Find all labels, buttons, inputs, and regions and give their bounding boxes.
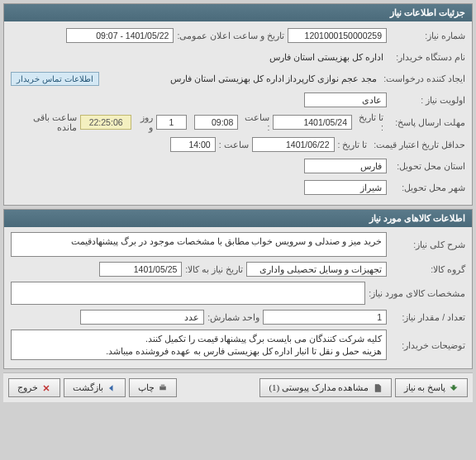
contact-buyer-button[interactable]: اطلاعات تماس خریدار	[11, 72, 99, 86]
group-value: تجهیزات و وسایل تحصیلی واداری	[246, 262, 387, 277]
province-value: فارس	[304, 159, 387, 173]
goods-panel: اطلاعات کالاهای مورد نیاز شرح کلی نیاز: …	[3, 209, 473, 369]
goods-panel-header: اطلاعات کالاهای مورد نیاز	[4, 210, 472, 227]
days-label: روز و	[131, 112, 156, 132]
spec-label: مشخصات کالای مورد نیاز:	[365, 288, 465, 298]
print-button[interactable]: چاپ	[129, 378, 177, 397]
priority-label: اولویت نیاز :	[387, 95, 465, 105]
back-button-label: بازگشت	[73, 382, 103, 393]
number-label: شماره نیاز:	[387, 31, 465, 40]
row-creator: ایجاد کننده درخواست: مجد عجم نوازی کارپر…	[11, 69, 465, 88]
creator-value: مجد عجم نوازی کارپرداز اداره کل بهزیستی …	[167, 72, 380, 85]
buyer-label: نام دستگاه خریدار:	[387, 52, 465, 62]
validity-date: 1401/06/22	[252, 137, 335, 152]
details-panel: جزئیات اطلاعات نیاز شماره نیاز: 12010001…	[3, 3, 473, 206]
announce-value: 1401/05/22 - 09:07	[66, 28, 174, 43]
details-panel-body: شماره نیاز: 1201000150000259 تاریخ و ساع…	[4, 21, 472, 205]
row-deadline: مهلت ارسال پاسخ: تا تاریخ : 1401/05/24 س…	[11, 112, 465, 132]
city-label: شهر محل تحویل:	[387, 183, 465, 192]
notes-label: توضیحات خریدار:	[387, 340, 465, 350]
row-priority: اولویت نیاز : عادی	[11, 91, 465, 109]
time-label-1: ساعت :	[238, 112, 273, 132]
group-label: گروه کالا:	[387, 264, 465, 274]
creator-label: ایجاد کننده درخواست:	[380, 74, 465, 83]
row-buyer: نام دستگاه خریدار: اداره کل بهزیستی استا…	[11, 48, 465, 66]
back-icon	[107, 383, 117, 393]
validity-label: حداقل تاریخ اعتبار قیمت:	[370, 140, 465, 149]
deadline-time: 09:08	[194, 115, 238, 130]
back-button[interactable]: بازگشت	[64, 378, 126, 397]
number-value: 1201000150000259	[288, 28, 387, 43]
exit-button[interactable]: خروج	[8, 378, 60, 397]
remaining-label: ساعت باقی مانده	[11, 112, 80, 132]
attachments-button[interactable]: مشاهده مدارک پیوستی (1)	[259, 378, 391, 397]
print-button-label: چاپ	[138, 382, 155, 393]
exit-icon	[41, 383, 51, 393]
unit-label: واحد شمارش:	[204, 312, 263, 322]
announce-label: تاریخ و ساعت اعلان عمومی:	[174, 31, 288, 40]
buyer-value: اداره کل بهزیستی استان فارس	[266, 50, 387, 64]
print-icon	[158, 383, 168, 393]
respond-button[interactable]: پاسخ به نیاز	[395, 378, 469, 397]
qty-label: تعداد / مقدار نیاز:	[387, 312, 465, 322]
footer-toolbar: پاسخ به نیاز مشاهده مدارک پیوستی (1) چاپ…	[3, 372, 473, 402]
row-qty: تعداد / مقدار نیاز: 1 واحد شمارش: عدد	[11, 308, 465, 326]
time-label-2: ساعت :	[216, 140, 252, 149]
details-panel-header: جزئیات اطلاعات نیاز	[4, 4, 472, 21]
qty-value: 1	[263, 310, 387, 325]
attachment-icon	[373, 383, 383, 393]
until-label-1: تا تاریخ :	[352, 112, 387, 132]
row-city: شهر محل تحویل: شیراز	[11, 178, 465, 197]
countdown-timer: 22:25:06	[80, 115, 131, 130]
notes-value: کلیه شرکت کنندگان می بایست برگ پیشنهاد ق…	[11, 330, 387, 360]
row-number: شماره نیاز: 1201000150000259 تاریخ و ساع…	[11, 26, 465, 45]
need-date-label: تاریخ نیاز به کالا:	[182, 264, 246, 274]
exit-button-label: خروج	[17, 382, 38, 393]
desc-label: شرح کلی نیاز:	[387, 239, 465, 249]
svg-rect-1	[161, 384, 165, 386]
validity-time: 14:00	[170, 137, 216, 152]
deadline-date: 1401/05/24	[273, 115, 352, 130]
unit-value: عدد	[80, 310, 204, 325]
until-label-2: تا تاریخ :	[335, 140, 371, 149]
row-province: استان محل تحویل: فارس	[11, 157, 465, 175]
row-validity: حداقل تاریخ اعتبار قیمت: تا تاریخ : 1401…	[11, 135, 465, 154]
row-desc: شرح کلی نیاز: خرید میز و صندلی و سرویس خ…	[11, 232, 465, 257]
reply-icon	[449, 383, 459, 393]
need-date-value: 1401/05/25	[99, 262, 182, 277]
spec-value	[11, 282, 365, 305]
desc-value: خرید میز و صندلی و سرویس خواب مطابق با م…	[11, 232, 387, 257]
priority-value: عادی	[304, 92, 387, 107]
attachments-button-label: مشاهده مدارک پیوستی (1)	[269, 382, 369, 393]
goods-panel-body: شرح کلی نیاز: خرید میز و صندلی و سرویس خ…	[4, 227, 472, 368]
city-value: شیراز	[304, 180, 387, 195]
province-label: استان محل تحویل:	[387, 161, 465, 171]
row-group: گروه کالا: تجهیزات و وسایل تحصیلی واداری…	[11, 260, 465, 278]
row-notes: توضیحات خریدار: کلیه شرکت کنندگان می بای…	[11, 330, 465, 360]
row-spec: مشخصات کالای مورد نیاز:	[11, 282, 465, 305]
respond-button-label: پاسخ به نیاز	[404, 382, 446, 393]
deadline-label: مهلت ارسال پاسخ:	[387, 117, 465, 127]
days-count: 1	[156, 115, 187, 130]
